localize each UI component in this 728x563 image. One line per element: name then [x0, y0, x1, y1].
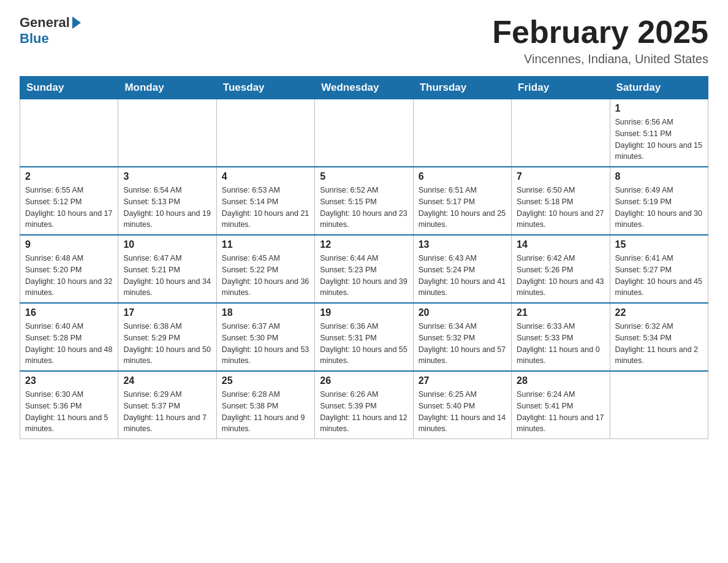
- day-number: 17: [123, 307, 211, 318]
- table-row: 2Sunrise: 6:55 AMSunset: 5:12 PMDaylight…: [20, 167, 118, 235]
- day-number: 8: [615, 171, 703, 182]
- day-info: Sunrise: 6:32 AMSunset: 5:34 PMDaylight:…: [615, 321, 703, 367]
- day-info: Sunrise: 6:33 AMSunset: 5:33 PMDaylight:…: [517, 321, 604, 367]
- day-number: 15: [615, 239, 703, 250]
- day-number: 24: [123, 375, 211, 386]
- day-number: 4: [222, 171, 309, 182]
- table-row: [315, 99, 413, 167]
- logo: General Blue: [20, 15, 81, 47]
- day-number: 19: [320, 307, 408, 318]
- logo-blue-text: Blue: [20, 31, 49, 47]
- table-row: 22Sunrise: 6:32 AMSunset: 5:34 PMDayligh…: [610, 303, 708, 371]
- calendar-week-row: 16Sunrise: 6:40 AMSunset: 5:28 PMDayligh…: [20, 303, 708, 371]
- day-number: 21: [517, 307, 604, 318]
- day-info: Sunrise: 6:55 AMSunset: 5:12 PMDaylight:…: [25, 185, 113, 231]
- day-number: 2: [25, 171, 113, 182]
- col-header-thursday: Thursday: [413, 77, 511, 99]
- col-header-tuesday: Tuesday: [216, 77, 314, 99]
- table-row: 14Sunrise: 6:42 AMSunset: 5:26 PMDayligh…: [512, 235, 610, 303]
- calendar-week-row: 2Sunrise: 6:55 AMSunset: 5:12 PMDaylight…: [20, 167, 708, 235]
- table-row: 21Sunrise: 6:33 AMSunset: 5:33 PMDayligh…: [512, 303, 610, 371]
- table-row: 3Sunrise: 6:54 AMSunset: 5:13 PMDaylight…: [118, 167, 216, 235]
- table-row: 12Sunrise: 6:44 AMSunset: 5:23 PMDayligh…: [315, 235, 413, 303]
- day-info: Sunrise: 6:34 AMSunset: 5:32 PMDaylight:…: [419, 321, 506, 367]
- day-info: Sunrise: 6:45 AMSunset: 5:22 PMDaylight:…: [222, 253, 309, 299]
- day-number: 3: [123, 171, 211, 182]
- table-row: 17Sunrise: 6:38 AMSunset: 5:29 PMDayligh…: [118, 303, 216, 371]
- day-number: 5: [320, 171, 408, 182]
- day-info: Sunrise: 6:30 AMSunset: 5:36 PMDaylight:…: [25, 389, 113, 435]
- col-header-wednesday: Wednesday: [315, 77, 413, 99]
- day-number: 18: [222, 307, 309, 318]
- day-info: Sunrise: 6:43 AMSunset: 5:24 PMDaylight:…: [419, 253, 506, 299]
- table-row: 10Sunrise: 6:47 AMSunset: 5:21 PMDayligh…: [118, 235, 216, 303]
- day-info: Sunrise: 6:56 AMSunset: 5:11 PMDaylight:…: [615, 117, 703, 163]
- table-row: 16Sunrise: 6:40 AMSunset: 5:28 PMDayligh…: [20, 303, 118, 371]
- col-header-monday: Monday: [118, 77, 216, 99]
- table-row: 24Sunrise: 6:29 AMSunset: 5:37 PMDayligh…: [118, 371, 216, 439]
- table-row: [512, 99, 610, 167]
- col-header-friday: Friday: [512, 77, 610, 99]
- day-number: 13: [419, 239, 506, 250]
- day-info: Sunrise: 6:28 AMSunset: 5:38 PMDaylight:…: [222, 389, 309, 435]
- table-row: [118, 99, 216, 167]
- day-number: 9: [25, 239, 113, 250]
- day-number: 1: [615, 103, 703, 114]
- day-info: Sunrise: 6:37 AMSunset: 5:30 PMDaylight:…: [222, 321, 309, 367]
- table-row: 8Sunrise: 6:49 AMSunset: 5:19 PMDaylight…: [610, 167, 708, 235]
- day-info: Sunrise: 6:25 AMSunset: 5:40 PMDaylight:…: [419, 389, 506, 435]
- table-row: [610, 371, 708, 439]
- table-row: 13Sunrise: 6:43 AMSunset: 5:24 PMDayligh…: [413, 235, 511, 303]
- day-info: Sunrise: 6:41 AMSunset: 5:27 PMDaylight:…: [615, 253, 703, 299]
- table-row: [413, 99, 511, 167]
- day-number: 6: [419, 171, 506, 182]
- day-info: Sunrise: 6:52 AMSunset: 5:15 PMDaylight:…: [320, 185, 408, 231]
- day-info: Sunrise: 6:38 AMSunset: 5:29 PMDaylight:…: [123, 321, 211, 367]
- table-row: 7Sunrise: 6:50 AMSunset: 5:18 PMDaylight…: [512, 167, 610, 235]
- title-section: February 2025 Vincennes, Indiana, United…: [492, 15, 708, 66]
- day-info: Sunrise: 6:48 AMSunset: 5:20 PMDaylight:…: [25, 253, 113, 299]
- table-row: 26Sunrise: 6:26 AMSunset: 5:39 PMDayligh…: [315, 371, 413, 439]
- table-row: 27Sunrise: 6:25 AMSunset: 5:40 PMDayligh…: [413, 371, 511, 439]
- day-number: 26: [320, 375, 408, 386]
- calendar-table: Sunday Monday Tuesday Wednesday Thursday…: [20, 76, 708, 439]
- day-number: 11: [222, 239, 309, 250]
- day-info: Sunrise: 6:42 AMSunset: 5:26 PMDaylight:…: [517, 253, 604, 299]
- table-row: [216, 99, 314, 167]
- table-row: 11Sunrise: 6:45 AMSunset: 5:22 PMDayligh…: [216, 235, 314, 303]
- day-number: 12: [320, 239, 408, 250]
- table-row: 5Sunrise: 6:52 AMSunset: 5:15 PMDaylight…: [315, 167, 413, 235]
- day-number: 7: [517, 171, 604, 182]
- table-row: 18Sunrise: 6:37 AMSunset: 5:30 PMDayligh…: [216, 303, 314, 371]
- day-number: 27: [419, 375, 506, 386]
- calendar-week-row: 1Sunrise: 6:56 AMSunset: 5:11 PMDaylight…: [20, 99, 708, 167]
- location-subtitle: Vincennes, Indiana, United States: [492, 52, 708, 66]
- day-info: Sunrise: 6:44 AMSunset: 5:23 PMDaylight:…: [320, 253, 408, 299]
- table-row: [20, 99, 118, 167]
- month-title: February 2025: [492, 15, 708, 50]
- day-number: 16: [25, 307, 113, 318]
- day-number: 22: [615, 307, 703, 318]
- calendar-week-row: 9Sunrise: 6:48 AMSunset: 5:20 PMDaylight…: [20, 235, 708, 303]
- day-info: Sunrise: 6:51 AMSunset: 5:17 PMDaylight:…: [419, 185, 506, 231]
- table-row: 9Sunrise: 6:48 AMSunset: 5:20 PMDaylight…: [20, 235, 118, 303]
- calendar-week-row: 23Sunrise: 6:30 AMSunset: 5:36 PMDayligh…: [20, 371, 708, 439]
- day-info: Sunrise: 6:40 AMSunset: 5:28 PMDaylight:…: [25, 321, 113, 367]
- table-row: 28Sunrise: 6:24 AMSunset: 5:41 PMDayligh…: [512, 371, 610, 439]
- day-info: Sunrise: 6:50 AMSunset: 5:18 PMDaylight:…: [517, 185, 604, 231]
- col-header-saturday: Saturday: [610, 77, 708, 99]
- day-number: 23: [25, 375, 113, 386]
- table-row: 23Sunrise: 6:30 AMSunset: 5:36 PMDayligh…: [20, 371, 118, 439]
- day-info: Sunrise: 6:29 AMSunset: 5:37 PMDaylight:…: [123, 389, 211, 435]
- day-number: 14: [517, 239, 604, 250]
- col-header-sunday: Sunday: [20, 77, 118, 99]
- day-info: Sunrise: 6:54 AMSunset: 5:13 PMDaylight:…: [123, 185, 211, 231]
- table-row: 25Sunrise: 6:28 AMSunset: 5:38 PMDayligh…: [216, 371, 314, 439]
- day-info: Sunrise: 6:53 AMSunset: 5:14 PMDaylight:…: [222, 185, 309, 231]
- table-row: 15Sunrise: 6:41 AMSunset: 5:27 PMDayligh…: [610, 235, 708, 303]
- logo-arrow-icon: [72, 17, 81, 29]
- day-info: Sunrise: 6:47 AMSunset: 5:21 PMDaylight:…: [123, 253, 211, 299]
- day-number: 10: [123, 239, 211, 250]
- day-number: 28: [517, 375, 604, 386]
- day-info: Sunrise: 6:26 AMSunset: 5:39 PMDaylight:…: [320, 389, 408, 435]
